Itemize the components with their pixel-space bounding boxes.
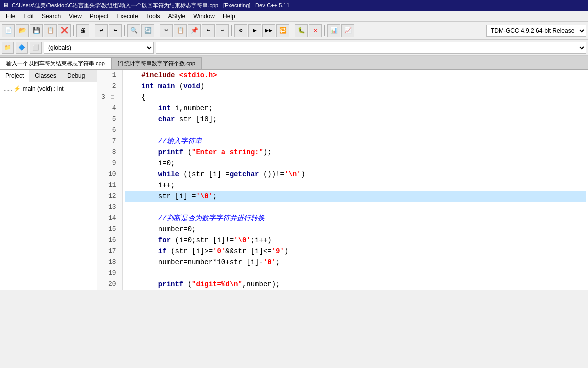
ln-11: 11	[101, 180, 118, 191]
code-line-2: int main (void)	[125, 81, 586, 92]
include-keyword: #include	[141, 71, 175, 79]
function-dropdown[interactable]	[156, 42, 586, 54]
chart-btn[interactable]: 📊	[327, 24, 340, 37]
run-btn[interactable]: ▶	[248, 24, 261, 37]
secondary-toolbar: 📁 🔷 ⬜ (globals)	[0, 40, 588, 56]
ln-10: 10	[101, 169, 118, 180]
project-icon[interactable]: 📁	[2, 42, 14, 54]
ln-8: 8	[101, 147, 118, 158]
fold-3[interactable]: □	[109, 92, 116, 103]
ln-6: 6	[101, 125, 118, 136]
code-line-11: i++;	[125, 180, 586, 191]
menu-edit[interactable]: Edit	[19, 12, 38, 21]
chart2-btn[interactable]: 📈	[341, 24, 354, 37]
sidebar: Project Classes Debug ...... ⚡ main (voi…	[0, 70, 97, 290]
sep3	[124, 25, 125, 36]
str-2: "digit=%d\n"	[192, 280, 242, 288]
ln-2: 2	[101, 81, 118, 92]
ln-3: 3 □	[101, 92, 118, 103]
sidebar-tab-project[interactable]: Project	[0, 70, 29, 82]
cut-btn[interactable]: ✂	[160, 24, 173, 37]
ln-9: 9	[101, 158, 118, 169]
code-line-13	[125, 202, 586, 213]
stop-btn[interactable]: ✕	[309, 24, 322, 37]
unindent-btn[interactable]: ➡	[216, 24, 229, 37]
ln-20: 20	[101, 279, 118, 290]
code-line-4: int i,number;	[125, 103, 586, 114]
sidebar-tab-classes[interactable]: Classes	[29, 70, 62, 82]
menu-window[interactable]: Window	[189, 12, 219, 21]
str-1: "Enter a string:"	[192, 148, 263, 156]
compile-btn[interactable]: ⚙	[234, 24, 247, 37]
ln-12: 12	[101, 191, 118, 202]
code-line-1: #include <stdio.h>	[125, 70, 586, 81]
sidebar-item-main[interactable]: ...... ⚡ main (void) : int	[2, 84, 95, 93]
code-line-5: char str [10];	[125, 114, 586, 125]
ln-16: 16	[101, 235, 118, 246]
compiler-dropdown[interactable]: TDM-GCC 4.9.2 64-bit Release	[486, 25, 586, 37]
code-line-9: i=0;	[125, 158, 586, 169]
line-numbers: 1 2 3 □ 4 5 6 7 8 9 10 11 12 13 14 15 16…	[97, 70, 123, 290]
open-btn[interactable]: 📂	[16, 24, 29, 37]
new-btn[interactable]: 📄	[2, 24, 15, 37]
ln-18: 18	[101, 257, 118, 268]
char0: '0'	[213, 247, 225, 255]
save-btn[interactable]: 💾	[30, 24, 43, 37]
code-line-15: number=0;	[125, 224, 586, 235]
tab-bar: 输入一个以回车符为结束标志字符串.cpp [*] 统计字符串数字字符个数.cpp	[0, 56, 588, 70]
sidebar-content: ...... ⚡ main (void) : int	[0, 82, 97, 95]
redo-btn[interactable]: ↪	[109, 24, 122, 37]
paste-btn[interactable]: 📌	[188, 24, 201, 37]
sep5	[231, 25, 232, 36]
menu-help[interactable]: Help	[219, 12, 239, 21]
debug-icon2[interactable]: ⬜	[30, 42, 42, 54]
ln-13: 13	[101, 202, 118, 213]
main-content: 输入一个以回车符为结束标志字符串.cpp [*] 统计字符串数字字符个数.cpp…	[0, 56, 588, 290]
code-line-6	[125, 125, 586, 136]
tab-active[interactable]: 输入一个以回车符为结束标志字符串.cpp	[0, 57, 111, 69]
save-all-btn[interactable]: 📋	[44, 24, 57, 37]
sep7	[324, 25, 325, 36]
indent-btn[interactable]: ⬅	[202, 24, 215, 37]
menu-execute[interactable]: Execute	[112, 12, 142, 21]
find-btn[interactable]: 🔍	[127, 24, 140, 37]
tab-inactive[interactable]: [*] 统计字符串数字字符个数.cpp	[111, 57, 202, 69]
sep2	[92, 25, 92, 36]
compile-run-btn[interactable]: ▶▶	[262, 24, 275, 37]
close-btn[interactable]: ❌	[58, 24, 71, 37]
sidebar-tabs: Project Classes Debug	[0, 70, 97, 82]
menu-view[interactable]: View	[65, 12, 86, 21]
int-kw: int	[141, 82, 154, 90]
code-line-20: printf ("digit=%d\n",number);	[125, 279, 586, 290]
null-char: '\0'	[196, 192, 213, 200]
include-header: <stdio.h>	[179, 71, 217, 79]
menu-project[interactable]: Project	[86, 12, 112, 21]
class-icon[interactable]: 🔷	[16, 42, 28, 54]
globals-dropdown[interactable]: (globals)	[44, 42, 154, 54]
menu-search[interactable]: Search	[38, 12, 65, 21]
getchar-fn: getchar	[230, 170, 259, 178]
rebuild-btn[interactable]: 🔁	[276, 24, 289, 37]
code-content[interactable]: #include <stdio.h> int main (void) { int…	[123, 70, 588, 290]
comment-1: //输入字符串	[158, 137, 202, 145]
code-line-12: str [i] ='\0';	[125, 191, 586, 202]
char9: '9'	[272, 247, 284, 255]
copy-btn[interactable]: 📋	[174, 24, 187, 37]
undo-btn[interactable]: ↩	[95, 24, 108, 37]
printf-fn: printf	[158, 148, 183, 156]
code-editor[interactable]: 1 2 3 □ 4 5 6 7 8 9 10 11 12 13 14 15 16…	[97, 70, 588, 290]
print-btn[interactable]: 🖨	[76, 24, 89, 37]
for-kw: for	[158, 236, 171, 244]
menu-astyle[interactable]: AStyle	[164, 12, 190, 21]
replace-btn[interactable]: 🔄	[141, 24, 154, 37]
menu-file[interactable]: File	[2, 12, 19, 21]
ln-19: 19	[101, 268, 118, 279]
ln-4: 4	[101, 103, 118, 114]
sidebar-tab-debug[interactable]: Debug	[62, 70, 90, 82]
code-line-17: if (str [i]>='0'&&str [i]<='9')	[125, 246, 586, 257]
menu-tools[interactable]: Tools	[142, 12, 164, 21]
printf-fn2: printf	[158, 280, 183, 288]
debug-btn[interactable]: 🐛	[295, 24, 308, 37]
app-icon: 🖥	[3, 2, 9, 9]
num-0b: 0	[188, 225, 192, 233]
